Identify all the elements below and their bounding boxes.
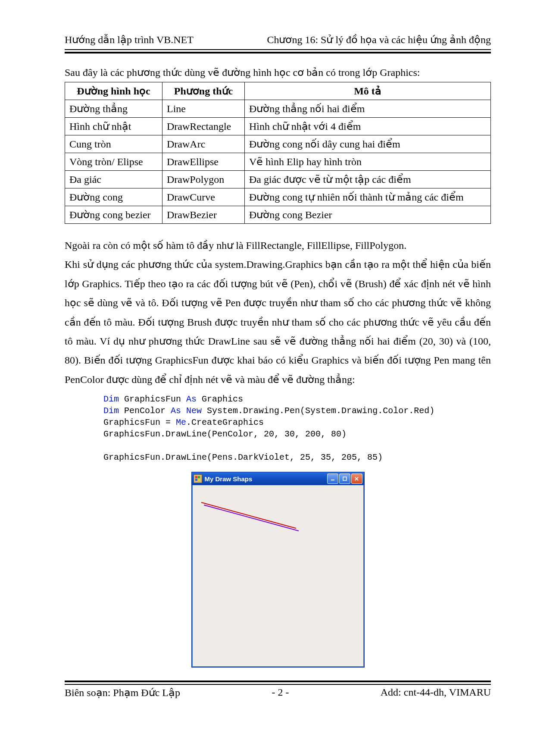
svg-line-3	[204, 505, 299, 531]
maximize-button[interactable]	[339, 474, 350, 484]
code-text: GraphicsFun	[119, 394, 186, 404]
page: Hướng dẫn lập trình VB.NET Chương 16: Sử…	[0, 0, 534, 756]
code-keyword: Dim	[103, 406, 119, 416]
table-row: Vòng tròn/ ElipseDrawEllipseVẽ hình Elip…	[65, 153, 491, 171]
app-icon	[194, 474, 202, 483]
table-cell: Đa giác	[65, 171, 162, 188]
table-cell: DrawRectangle	[162, 118, 245, 135]
table-row: Đường thẳngLineĐường thẳng nối hai điểm	[65, 100, 491, 118]
table-cell: DrawBezier	[162, 206, 245, 224]
table-cell: Hình chữ nhật	[65, 118, 162, 135]
code-text: .CreateGraphics	[186, 417, 264, 427]
table-cell: Đường cong tự nhiên nối thành từ mảng cá…	[245, 188, 491, 206]
paragraph-1: Ngoài ra còn có một số hàm tô đầy như là…	[65, 236, 491, 255]
svg-line-2	[201, 502, 296, 528]
window-figure: My Draw Shaps ✕	[65, 472, 491, 668]
footer-center: - 2 -	[180, 687, 381, 699]
drawn-lines	[193, 485, 363, 666]
app-window: My Draw Shaps ✕	[191, 472, 365, 668]
body-paragraphs: Ngoài ra còn có một số hàm tô đầy như là…	[65, 236, 491, 389]
code-text: GraphicsFun.DrawLine(PenColor, 20, 30, 2…	[103, 429, 347, 439]
code-keyword: As New	[171, 406, 202, 416]
table-cell: Đường cong bezier	[65, 206, 162, 224]
th-desc: Mô tả	[245, 82, 491, 100]
code-keyword: Dim	[103, 394, 119, 404]
code-block: Dim GraphicsFun As Graphics Dim PenColor…	[103, 393, 491, 463]
table-cell: Đường cong Bezier	[245, 206, 491, 224]
page-header: Hướng dẫn lập trình VB.NET Chương 16: Sử…	[65, 34, 491, 48]
table-cell: Đa giác được vẽ từ một tập các điểm	[245, 171, 491, 188]
table-cell: DrawEllipse	[162, 153, 245, 171]
code-text: System.Drawing.Pen(System.Drawing.Color.…	[202, 406, 434, 416]
code-text: Graphics	[197, 394, 243, 404]
minimize-icon	[330, 476, 335, 481]
code-keyword: Me	[176, 417, 186, 427]
table-cell: Đường cong	[65, 188, 162, 206]
table-cell: DrawArc	[162, 135, 245, 153]
window-client-area	[192, 485, 364, 667]
table-cell: Đường thẳng nối hai điểm	[245, 100, 491, 118]
window-title: My Draw Shaps	[205, 475, 253, 483]
titlebar: My Draw Shaps ✕	[192, 472, 364, 485]
code-text: PenColor	[119, 406, 171, 416]
paragraph-2: Khi sử dụng các phương thức của system.D…	[65, 255, 491, 389]
footer-rule	[65, 681, 491, 685]
close-icon: ✕	[354, 476, 359, 482]
table-cell: DrawPolygon	[162, 171, 245, 188]
table-cell: Line	[162, 100, 245, 118]
header-right: Chương 16: Sử lý đồ họa và các hiệu ứng …	[267, 34, 491, 46]
th-shape: Đường hình học	[65, 82, 162, 100]
footer-left: Biên soạn: Phạm Đức Lập	[65, 687, 180, 699]
table-cell: Đường thẳng	[65, 100, 162, 118]
table-cell: Đường cong nối dây cung hai điểm	[245, 135, 491, 153]
methods-table: Đường hình học Phương thức Mô tả Đường t…	[65, 82, 491, 224]
code-text: GraphicsFun =	[103, 417, 176, 427]
table-cell: Hình chữ nhật với 4 điểm	[245, 118, 491, 135]
table-cell: Vòng tròn/ Elipse	[65, 153, 162, 171]
table-row: Hình chữ nhậtDrawRectangleHình chữ nhật …	[65, 118, 491, 135]
code-keyword: As	[186, 394, 197, 404]
table-cell: DrawCurve	[162, 188, 245, 206]
table-header-row: Đường hình học Phương thức Mô tả	[65, 82, 491, 100]
table-row: Đường cong bezierDrawBezierĐường cong Be…	[65, 206, 491, 224]
th-method: Phương thức	[162, 82, 245, 100]
close-button[interactable]: ✕	[351, 474, 362, 484]
table-row: Cung trònDrawArcĐường cong nối dây cung …	[65, 135, 491, 153]
minimize-button[interactable]	[327, 474, 338, 484]
page-footer: Biên soạn: Phạm Đức Lập - 2 - Add: cnt-4…	[65, 687, 491, 699]
table-cell: Vẽ hình Elip hay hình tròn	[245, 153, 491, 171]
svg-rect-1	[343, 477, 347, 480]
footer-right: Add: cnt-44-dh, VIMARU	[381, 687, 491, 699]
table-row: Đường congDrawCurveĐường cong tự nhiên n…	[65, 188, 491, 206]
code-text: GraphicsFun.DrawLine(Pens.DarkViolet, 25…	[103, 452, 383, 462]
maximize-icon	[342, 476, 347, 481]
table-row: Đa giácDrawPolygonĐa giác được vẽ từ một…	[65, 171, 491, 188]
header-rule	[65, 49, 491, 53]
table-cell: Cung tròn	[65, 135, 162, 153]
header-left: Hướng dẫn lập trình VB.NET	[65, 34, 194, 46]
intro-text: Sau đây là các phương thức dùng vẽ đường…	[65, 66, 491, 78]
